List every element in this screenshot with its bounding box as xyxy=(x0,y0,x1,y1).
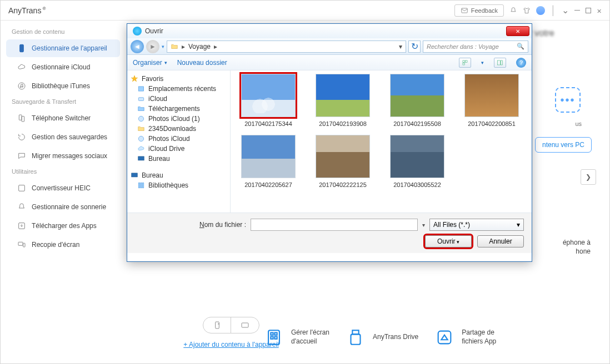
feedback-label: Feedback xyxy=(471,7,498,14)
svg-rect-13 xyxy=(268,330,279,345)
svg-rect-7 xyxy=(19,185,25,191)
svg-rect-25 xyxy=(501,60,503,65)
nav-forward-button[interactable]: ► xyxy=(146,40,159,53)
dialog-navbar: ◄ ► ▾ Voyage ▾ ↻ Rechercher dans : Voyag… xyxy=(127,38,532,55)
bell-icon xyxy=(17,203,26,211)
sidebar-item-heic[interactable]: Convertisseur HEIC xyxy=(6,179,120,197)
sb-label: Gestionnaire de sonnerie xyxy=(32,203,106,211)
avatar[interactable] xyxy=(536,6,545,15)
folder-icon xyxy=(137,105,145,113)
svg-point-2 xyxy=(18,83,25,89)
sidebar-item-itunes[interactable]: Bibliothèque iTunes xyxy=(6,77,120,95)
bell-icon[interactable] xyxy=(509,7,517,14)
caret-down-icon[interactable]: ⌄ xyxy=(562,5,569,16)
folder-icon xyxy=(171,43,178,50)
tree-icloud[interactable]: iCloud xyxy=(127,94,230,104)
switch-icon xyxy=(17,114,26,123)
sidebar-item-switcher[interactable]: Téléphone Switcher xyxy=(6,109,120,127)
filename-dropdown[interactable]: ▾ xyxy=(422,222,425,228)
sidebar-item-social[interactable]: Migrer messages sociaux xyxy=(6,147,120,165)
content-to-pc-button[interactable]: ntenu vers PC xyxy=(535,137,592,153)
add-folder-button[interactable] xyxy=(231,317,259,333)
window-close[interactable] xyxy=(597,6,602,16)
preview-pane-button[interactable] xyxy=(494,58,506,68)
tree-downloads[interactable]: Téléchargements xyxy=(127,104,230,114)
breadcrumb-segment[interactable]: Voyage xyxy=(188,43,211,50)
folder-tree[interactable]: Favoris Emplacements récents iCloud Télé… xyxy=(127,70,231,213)
file-grid[interactable]: 20170402175344 20170402193908 2017040219… xyxy=(231,70,532,213)
open-button[interactable]: Ouvrir xyxy=(425,235,472,247)
view-mode-button[interactable] xyxy=(459,58,471,68)
svg-rect-31 xyxy=(132,173,138,177)
svg-rect-9 xyxy=(18,242,23,245)
card-anytrans-drive[interactable]: AnyTrans Drive xyxy=(346,328,418,347)
feature-cards: Gérer l'écrand'accueil AnyTrans Drive Pa… xyxy=(264,328,593,347)
tree-bureau[interactable]: Bureau xyxy=(127,154,230,164)
tshirt-icon[interactable] xyxy=(523,7,531,14)
add-media-tile[interactable]: ••• xyxy=(555,87,581,113)
cancel-button[interactable]: Annuler xyxy=(477,235,524,247)
search-icon: 🔍 xyxy=(517,43,524,50)
window-minimize[interactable] xyxy=(574,10,580,11)
search-input[interactable]: Rechercher dans : Voyage 🔍 xyxy=(423,41,528,53)
sidebar-item-device-manager[interactable]: Gestionnaire de l'appareil xyxy=(6,39,120,57)
file-thumb[interactable]: 20170402193908 xyxy=(313,74,373,127)
svg-rect-1 xyxy=(20,44,24,52)
nav-back-button[interactable]: ◄ xyxy=(131,40,144,53)
organize-menu[interactable]: Organiser xyxy=(133,59,167,67)
nav-history-dropdown[interactable]: ▾ xyxy=(162,44,164,49)
desktop-icon xyxy=(131,171,138,179)
svg-rect-0 xyxy=(461,8,467,12)
add-segmented-button[interactable] xyxy=(203,317,259,333)
filename-input[interactable] xyxy=(251,219,418,231)
svg-point-28 xyxy=(138,116,143,121)
backup-icon xyxy=(17,133,26,141)
sidebar-item-download-apps[interactable]: Télécharger des Apps xyxy=(6,217,120,235)
card-file-share[interactable]: Partage defichiers App xyxy=(435,328,496,347)
tree-photos-icloud-1[interactable]: Photos iCloud (1) xyxy=(127,114,230,124)
add-file-button[interactable] xyxy=(203,317,231,333)
tree-libraries[interactable]: Bibliothèques xyxy=(127,180,230,190)
svg-rect-5 xyxy=(19,115,22,120)
dialog-close-button[interactable]: ✕ xyxy=(506,26,529,36)
file-thumb[interactable]: 20170402222125 xyxy=(313,135,373,188)
view-mode-dropdown[interactable]: ▾ xyxy=(481,60,484,65)
sidebar-item-ringtone[interactable]: Gestionnaire de sonnerie xyxy=(6,198,120,216)
file-thumb[interactable]: 20170402205627 xyxy=(238,135,298,188)
dialog-titlebar[interactable]: Ouvrir ✕ xyxy=(127,24,532,38)
svg-point-29 xyxy=(138,136,143,141)
breadcrumb[interactable]: Voyage ▾ xyxy=(167,41,406,53)
new-folder-button[interactable]: Nouveau dossier xyxy=(177,59,227,67)
window-maximize[interactable] xyxy=(586,8,591,13)
next-page-button[interactable]: ❯ xyxy=(581,169,596,185)
sidebar: Gestion de contenu Gestionnaire de l'app… xyxy=(1,21,126,363)
file-thumb[interactable]: 20170402175344 xyxy=(238,74,298,127)
cloud-icon xyxy=(17,63,26,72)
file-thumb[interactable]: 20170403005522 xyxy=(387,135,447,188)
dialog-title: Ouvrir xyxy=(145,27,163,35)
file-thumb[interactable]: 20170402195508 xyxy=(387,74,447,127)
photos-icon xyxy=(137,135,145,143)
dialog-app-icon xyxy=(133,27,142,36)
help-button[interactable]: ? xyxy=(516,58,526,68)
tree-2345downloads[interactable]: 2345Downloads xyxy=(127,124,230,134)
filetype-combo[interactable]: All Files (*.*) xyxy=(429,219,524,231)
tree-favorites[interactable]: Favoris xyxy=(127,74,230,84)
sb-label: Gestionnaire de l'appareil xyxy=(32,44,107,52)
tree-bureau-root[interactable]: Bureau xyxy=(127,170,230,180)
sb-label: Convertisseur HEIC xyxy=(32,184,91,192)
dialog-footer: Nom du fichier : ▾ All Files (*.*) Ouvri… xyxy=(127,213,532,253)
card-home-screen[interactable]: Gérer l'écrand'accueil xyxy=(264,328,329,347)
open-file-dialog: Ouvrir ✕ ◄ ► ▾ Voyage ▾ ↻ Rechercher dan… xyxy=(127,23,532,262)
svg-rect-16 xyxy=(271,337,273,339)
file-thumb[interactable]: 20170402200851 xyxy=(462,74,522,127)
breadcrumb-dropdown[interactable]: ▾ xyxy=(399,43,402,50)
sidebar-item-icloud[interactable]: Gestionnaire iCloud xyxy=(6,58,120,76)
tree-recent[interactable]: Emplacements récents xyxy=(127,84,230,94)
feedback-button[interactable]: Feedback xyxy=(454,4,504,17)
sidebar-item-backup[interactable]: Gestion des sauvegardes xyxy=(6,128,120,146)
tree-icloud-drive[interactable]: iCloud Drive xyxy=(127,144,230,154)
refresh-button[interactable]: ↻ xyxy=(408,41,421,53)
tree-photos-icloud[interactable]: Photos iCloud xyxy=(127,134,230,144)
sidebar-item-mirror[interactable]: Recopie d'écran xyxy=(6,236,120,254)
